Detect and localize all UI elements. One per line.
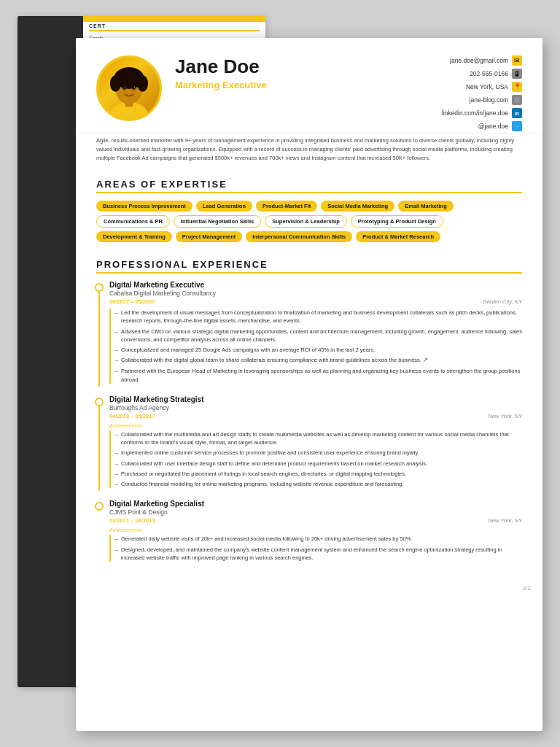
tag-social-media: Social Media Marketing (321, 201, 394, 212)
exp-entry-1: Digital Marketing Executive Cabalsa Digi… (96, 281, 522, 384)
svg-point-9 (122, 85, 126, 90)
tag-lead-gen: Lead Generation (196, 201, 252, 212)
svg-point-11 (125, 86, 125, 87)
exp-2-bullet-3: Collaborated with user interface design … (117, 460, 522, 468)
exp-3-company: CJMS Print & Design (109, 508, 522, 516)
linkedin-icon: in (512, 108, 522, 118)
email-icon: ✉ (512, 55, 522, 66)
exp-2-company: Burroughs Ad Agency (109, 404, 522, 411)
tag-comms: Communications & PR (96, 215, 170, 228)
svg-point-12 (134, 86, 135, 87)
exp-2-achievements-label: Achievements (109, 423, 522, 428)
bio-text: Agile, results-oriented marketer with 9+… (96, 136, 522, 163)
contact-twitter: @jane.doe 🐦 (442, 121, 522, 131)
tag-dev-training: Development & Training (96, 231, 172, 242)
back-cert-title: CERT (89, 23, 260, 31)
back-sidebar (18, 16, 83, 687)
exp-1-bullet-2: Advised the CMO on various strategic dig… (117, 328, 522, 344)
contact-email: jane.doe@gmail.com ✉ (442, 55, 522, 66)
exp-entry-2: Digital Marketing Strategist Burroughs A… (96, 395, 522, 489)
exp-1-meta: 06/2017 – 05/2020 Garden City, NY (109, 298, 522, 305)
contact-phone: 202-555-0166 📱 (442, 69, 522, 79)
exp-2-date: 04/2013 – 05/2017 (109, 413, 155, 419)
tag-product-market: Product-Market Fit (256, 201, 317, 212)
exp-3-meta: 02/2011 – 03/2013 New York, NY (109, 517, 522, 524)
exp-2-meta: 04/2013 – 05/2017 New York, NY (109, 413, 522, 419)
contact-block: jane.doe@gmail.com ✉ 202-555-0166 📱 New … (442, 55, 522, 134)
exp-3-bullets: Generated daily website visits of 20k+ a… (109, 535, 522, 562)
resume-header: Jane Doe Marketing Executive jane.doe@gm… (76, 38, 542, 133)
website-icon: ⬡ (512, 95, 522, 105)
exp-dot-1 (95, 283, 104, 292)
front-page-number: 2/2 (76, 579, 542, 597)
exp-3-location: New York, NY (488, 517, 522, 524)
exp-2-bullet-4: Purchased or negotiated the placement of… (117, 470, 522, 478)
exp-1-bullet-3: Conceptualized and managed 25 Google Ads… (117, 346, 522, 354)
avatar-svg (98, 58, 160, 119)
exp-2-bullet-5: Conducted financial modeling for online … (117, 480, 522, 488)
tags-row-1: Business Process Improvement Lead Genera… (96, 201, 522, 212)
contact-linkedin: linkedin.com/in/jane.doe in (442, 108, 522, 118)
bio-section: Agile, results-oriented marketer with 9+… (76, 133, 542, 171)
experience-section: PROFESSIONAL EXPERIENCE Digital Marketin… (76, 253, 542, 579)
svg-point-6 (117, 69, 141, 82)
experience-title: PROFESSIONAL EXPERIENCE (96, 259, 522, 274)
svg-point-10 (132, 85, 136, 90)
exp-1-bullets: Led the development of visual messages f… (109, 309, 522, 384)
exp-3-bullet-2: Designed, developed, and maintained the … (117, 546, 522, 562)
exp-1-title: Digital Marketing Executive (109, 281, 522, 289)
exp-entry-3: Digital Marketing Specialist CJMS Print … (96, 500, 522, 562)
exp-2-bullets: Collaborated with the multimedia and art… (109, 430, 522, 489)
tag-interpersonal: Interpersonal Communication Skills (246, 231, 352, 242)
tag-prototyping: Prototyping & Product Design (351, 215, 443, 228)
exp-dot-3 (95, 502, 104, 511)
exp-1-company: Cabalsa Digital Marketing Consultancy (109, 290, 522, 297)
tag-negotiation: Influential Negotiation Skills (174, 215, 261, 228)
front-page: Jane Doe Marketing Executive jane.doe@gm… (76, 38, 542, 731)
tags-row-2: Communications & PR Influential Negotiat… (96, 215, 522, 228)
exp-2-location: New York, NY (488, 413, 522, 419)
tag-project-mgmt: Project Management (176, 231, 242, 242)
phone-icon: 📱 (512, 69, 522, 79)
tag-supervision: Supervision & Leadership (265, 215, 347, 228)
exp-1-bullet-5: Partnered with the European Head of Mark… (117, 367, 522, 384)
contact-location: New York, USA 📍 (442, 82, 522, 92)
exp-1-location: Garden City, NY (483, 298, 522, 305)
exp-2-title: Digital Marketing Strategist (109, 395, 522, 403)
contact-website: jane-blog.com ⬡ (442, 95, 522, 105)
exp-1-date: 06/2017 – 05/2020 (109, 298, 155, 305)
exp-line-1 (98, 292, 100, 387)
tag-market-research: Product & Market Research (356, 231, 440, 242)
tag-bpi: Business Process Improvement (96, 201, 192, 212)
location-icon: 📍 (512, 82, 522, 92)
page-container: CERT Google Google Campaig Search AWA Be… (18, 16, 542, 731)
expertise-section: AREAS OF EXPERTISE Business Process Impr… (76, 171, 542, 253)
tag-email-marketing: Email Marketing (398, 201, 454, 212)
exp-2-bullet-2: Implemented online customer service proc… (117, 449, 522, 457)
twitter-icon: 🐦 (512, 121, 522, 131)
exp-3-title: Digital Marketing Specialist (109, 500, 522, 508)
exp-2-bullet-1: Collaborated with the multimedia and art… (117, 430, 522, 447)
exp-line-2 (98, 406, 100, 492)
exp-dot-2 (95, 398, 104, 406)
exp-1-bullet-1: Led the development of visual messages f… (117, 309, 522, 325)
tags-row-3: Development & Training Project Managemen… (96, 231, 522, 242)
exp-1-bullet-4: Collaborated with the digital global tea… (117, 356, 522, 365)
avatar (96, 55, 162, 121)
expertise-title: AREAS OF EXPERTISE (96, 179, 522, 193)
exp-3-date: 02/2011 – 03/2013 (109, 517, 155, 524)
exp-3-bullet-1: Generated daily website visits of 20k+ a… (117, 535, 522, 543)
exp-3-achievements-label: Achievements (109, 527, 522, 533)
